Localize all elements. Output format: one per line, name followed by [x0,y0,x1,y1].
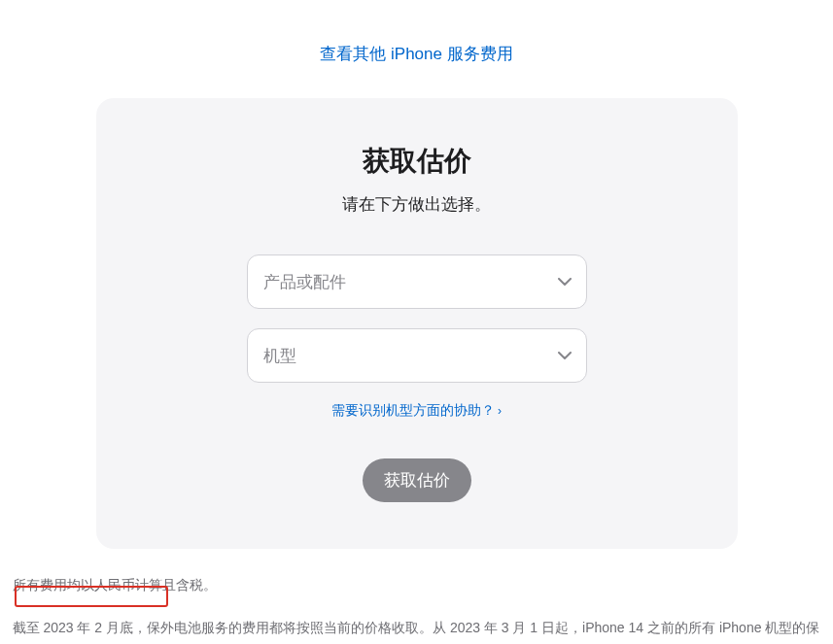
other-services-link[interactable]: 查看其他 iPhone 服务费用 [320,45,512,63]
card-title: 获取估价 [135,143,699,180]
top-link-container: 查看其他 iPhone 服务费用 [10,0,823,98]
product-select-wrapper: 产品或配件 [247,254,587,309]
get-estimate-button[interactable]: 获取估价 [363,458,471,502]
model-select-wrapper: 机型 [247,328,587,383]
chevron-right-icon: › [498,404,502,418]
help-link-label: 需要识别机型方面的协助？ [331,402,495,418]
footer-price-change-note: 截至 2023 年 2 月底，保外电池服务的费用都将按照当前的价格收取。从 20… [13,617,821,644]
identify-model-help-link[interactable]: 需要识别机型方面的协助？› [331,402,502,418]
footer-tax-note: 所有费用均以人民币计算且含税。 [13,574,821,595]
model-select[interactable]: 机型 [247,328,587,383]
footer-notes: 所有费用均以人民币计算且含税。 截至 2023 年 2 月底，保外电池服务的费用… [11,574,823,644]
product-select-placeholder: 产品或配件 [263,271,346,293]
model-select-placeholder: 机型 [263,345,296,367]
help-link-container: 需要识别机型方面的协助？› [135,402,699,420]
card-subtitle: 请在下方做出选择。 [135,193,699,216]
product-select[interactable]: 产品或配件 [247,254,587,309]
estimate-card: 获取估价 请在下方做出选择。 产品或配件 机型 需要识别机型方面的协助？› 获取… [96,98,738,549]
